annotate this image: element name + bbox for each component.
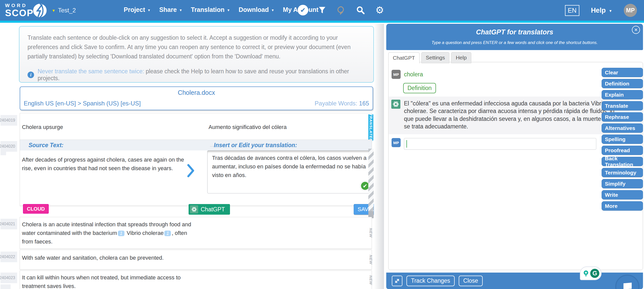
track-changes-button[interactable]: Track Changes bbox=[406, 276, 455, 286]
wordscope-sphere-icon bbox=[32, 2, 48, 19]
segment-row-new[interactable]: With safe water and sanitation, cholera … bbox=[20, 250, 372, 270]
status-badge-new: NEW bbox=[368, 219, 373, 247]
chevron-right-icon bbox=[187, 164, 195, 178]
validate-check-icon[interactable] bbox=[297, 5, 308, 16]
chevron-down-icon: ▼ bbox=[179, 8, 182, 12]
editing-stripe-ribbon bbox=[368, 149, 374, 211]
openai-logo-icon bbox=[190, 205, 198, 213]
explain-button[interactable]: Explain bbox=[602, 90, 643, 99]
project-caret-icon[interactable]: ▼ bbox=[52, 8, 56, 13]
segment-row-new[interactable]: Cholera is an acute intestinal infection… bbox=[20, 217, 372, 249]
tab-chatgpt[interactable]: ChatGPT bbox=[388, 52, 420, 63]
grammarly-g-icon: G bbox=[590, 269, 599, 278]
segment-id: 12404023 bbox=[1, 273, 17, 283]
tip-text: Never translate the same sentence twice:… bbox=[38, 68, 365, 82]
info-icon bbox=[28, 72, 34, 78]
document-filename[interactable]: Cholera.docx bbox=[24, 89, 369, 96]
menu-download[interactable]: Download▼ bbox=[239, 6, 274, 13]
segment-row-editing: Source Text: ... Insert or Edit your tra… bbox=[20, 140, 372, 206]
rephrase-button[interactable]: Rephrase bbox=[602, 112, 643, 122]
segment-source: It can kill within hours when not treate… bbox=[22, 273, 194, 289]
segment-row-translated[interactable]: Cholera upsurge Aumento significativo de… bbox=[20, 113, 372, 142]
instructions-text: Translate each sentence or double-click … bbox=[28, 33, 365, 61]
format-tag: 1 bbox=[118, 231, 124, 236]
proofread-button[interactable]: Proofread bbox=[602, 146, 643, 155]
suggestion-bulb-icon bbox=[582, 270, 590, 277]
chat-input[interactable] bbox=[404, 138, 596, 150]
wordscope-logo[interactable]: WORD SCOP ▼ Test_2 bbox=[5, 2, 76, 19]
settings-gear-icon[interactable]: ⚙ bbox=[374, 5, 385, 16]
alternatives-button[interactable]: Alternatives bbox=[602, 123, 643, 133]
panel-edge-shadow bbox=[374, 24, 384, 289]
close-icon[interactable] bbox=[632, 26, 640, 34]
source-label: Source Text: bbox=[29, 142, 63, 149]
payable-words: Payable Words: 165 bbox=[315, 100, 369, 107]
segment-id-notch bbox=[1, 152, 6, 155]
menu-share[interactable]: Share▼ bbox=[159, 6, 182, 13]
menu-translation[interactable]: Translation▼ bbox=[191, 6, 230, 13]
expand-icon[interactable] bbox=[392, 276, 402, 286]
translation-text: Tras décadas de avances contra el cólera… bbox=[212, 154, 368, 180]
segment-id: 12404021 bbox=[1, 219, 17, 229]
filter-icon[interactable] bbox=[317, 5, 328, 16]
language-pair: English US [en-US] > Spanish (US) [es-US… bbox=[24, 100, 141, 107]
chatgpt-panel-header: ChatGPT for translators Type a question … bbox=[386, 24, 643, 50]
assistant-message: El "cólera" es una enfermedad infecciosa… bbox=[389, 97, 629, 134]
project-name[interactable]: Test_2 bbox=[58, 7, 76, 14]
chevron-down-icon: ▼ bbox=[227, 8, 230, 12]
spelling-button[interactable]: Spelling bbox=[602, 135, 643, 144]
editor-source-text[interactable]: After decades of progress against choler… bbox=[22, 155, 186, 173]
simplify-button[interactable]: Simplify bbox=[602, 179, 643, 188]
top-navbar: WORD SCOP ▼ Test_2 Project▼ Share▼ Trans… bbox=[0, 0, 644, 21]
assistant-response: El "cólera" es una enfermedad infecciosa… bbox=[404, 100, 621, 130]
chat-input-row: MP bbox=[392, 138, 596, 150]
status-badge-new: NEW bbox=[368, 272, 373, 288]
segment-source: With safe water and sanitation, cholera … bbox=[22, 254, 249, 262]
user-avatar: MP bbox=[392, 70, 401, 79]
text-caret bbox=[406, 140, 407, 148]
clear-button[interactable]: Clear bbox=[602, 68, 643, 77]
cloud-button[interactable]: CLOUD bbox=[23, 204, 49, 214]
tab-help[interactable]: Help bbox=[451, 52, 471, 63]
target-label: Insert or Edit your translation: bbox=[214, 142, 297, 149]
logo-word: WORD bbox=[5, 3, 34, 8]
shortcut-buttons: Clear Definition Explain Translate Rephr… bbox=[602, 68, 643, 212]
navbar-right: EN Help▼ MP bbox=[565, 0, 637, 21]
translation-textarea[interactable]: Tras décadas de avances contra el cólera… bbox=[207, 150, 373, 193]
more-button[interactable]: More bbox=[602, 201, 643, 211]
segment-source: Cholera is an acute intestinal infection… bbox=[22, 220, 199, 246]
user-avatar: MP bbox=[392, 138, 401, 147]
user-message: MP cholera bbox=[392, 70, 423, 79]
back-translation-button[interactable]: Back Translation bbox=[602, 157, 643, 166]
status-badge-translated: TRANSLATED bbox=[368, 114, 373, 141]
tip-link[interactable]: Never translate the same sentence twice: bbox=[38, 68, 144, 75]
openai-logo-icon bbox=[391, 100, 400, 109]
logo-scope: SCOP bbox=[5, 8, 34, 18]
help-menu[interactable]: Help▼ bbox=[591, 7, 612, 14]
tab-settings[interactable]: Settings bbox=[421, 52, 450, 63]
grammarly-widget[interactable]: G bbox=[580, 266, 602, 280]
segment-id: 12404020 bbox=[1, 141, 17, 152]
segment-row-new[interactable]: It can kill within hours when not treate… bbox=[20, 271, 372, 289]
search-icon[interactable] bbox=[355, 5, 366, 16]
segment-target: Aumento significativo del cólera bbox=[209, 123, 287, 131]
segment-source: Cholera upsurge bbox=[22, 123, 63, 131]
chatgpt-button[interactable]: ChatGPT bbox=[189, 204, 230, 215]
language-selector[interactable]: EN bbox=[565, 5, 579, 16]
comment-bubble-icon[interactable] bbox=[336, 5, 347, 16]
user-avatar[interactable]: MP bbox=[624, 4, 637, 17]
query-shortcut-chip[interactable]: Definition bbox=[403, 83, 436, 93]
close-button[interactable]: Close bbox=[459, 276, 483, 286]
column-dots: ... bbox=[210, 143, 214, 148]
editor-header: Source Text: ... Insert or Edit your tra… bbox=[20, 140, 372, 150]
terminology-button[interactable]: Terminology bbox=[602, 168, 643, 177]
menu-project[interactable]: Project▼ bbox=[124, 6, 151, 13]
segment-id: 12404019 bbox=[1, 115, 17, 126]
format-tag: 1 bbox=[164, 231, 171, 236]
toolbar-icons: ⚙ bbox=[297, 5, 385, 16]
segment-id: 12404022 bbox=[1, 252, 17, 262]
write-button[interactable]: Write bbox=[602, 190, 643, 199]
definition-button[interactable]: Definition bbox=[602, 79, 643, 88]
chevron-down-icon: ▼ bbox=[271, 8, 274, 12]
translate-button[interactable]: Translate bbox=[602, 101, 643, 110]
